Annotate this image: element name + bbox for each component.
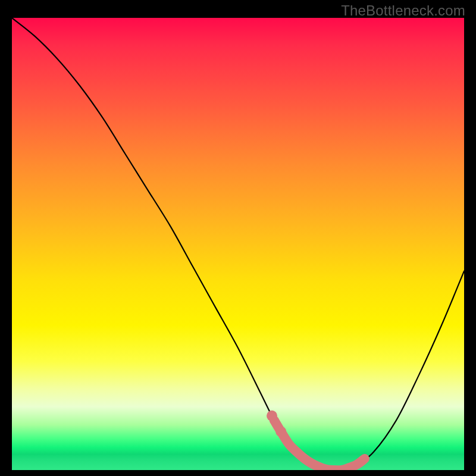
bottleneck-curve-line — [12, 18, 464, 470]
highlight-region-line — [274, 420, 365, 470]
curve-svg — [12, 18, 464, 470]
highlight-dot-2 — [275, 426, 286, 437]
watermark-text: TheBottleneck.com — [341, 2, 465, 19]
chart-frame: TheBottleneck.com — [0, 0, 476, 476]
highlight-dot-1 — [267, 411, 277, 421]
plot-area — [12, 18, 464, 470]
